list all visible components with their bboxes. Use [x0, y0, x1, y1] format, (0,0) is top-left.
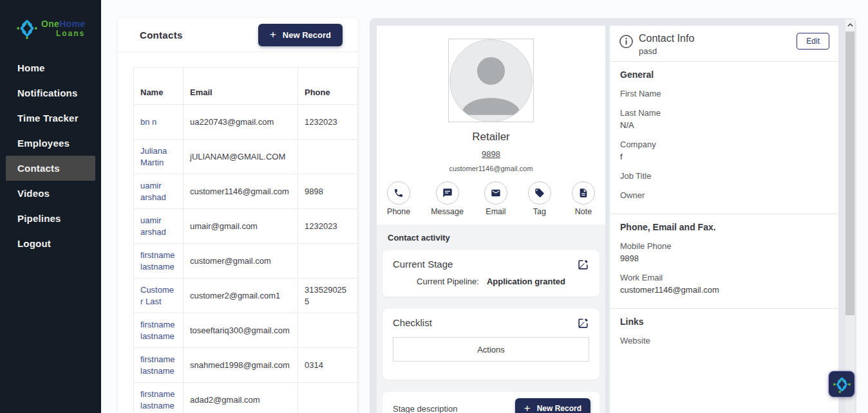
- plus-icon: +: [270, 32, 276, 38]
- brand-part3: Loans: [41, 30, 85, 37]
- brand-logo-icon: [833, 376, 851, 393]
- field-mobile-phone: Mobile Phone 9898: [620, 241, 828, 263]
- sidebar-item-contacts[interactable]: Contacts: [6, 156, 95, 181]
- sidebar-item-notifications[interactable]: Notifications: [0, 80, 101, 106]
- message-action-label: Message: [431, 207, 464, 216]
- note-action-label: Note: [575, 207, 592, 216]
- quick-actions: Phone Message Email Tag Note: [377, 181, 605, 216]
- table-row[interactable]: Juliana MartinjULIANAM@GMAIL.COM: [134, 140, 359, 174]
- contact-name-link[interactable]: uamir arshad: [134, 209, 184, 244]
- checklist-title: Checklist: [393, 317, 432, 328]
- contact-info-subtitle: pasd: [639, 46, 797, 56]
- stage-new-record-button[interactable]: + New Record: [515, 398, 590, 413]
- current-stage-title: Current Stage: [393, 259, 453, 270]
- contact-name-link[interactable]: uamir arshad: [134, 174, 184, 209]
- contact-name-link[interactable]: firstname lastname: [134, 313, 184, 348]
- sidebar-item-pipelines[interactable]: Pipelines: [0, 206, 101, 231]
- contact-email: customer2@gmail.com1: [184, 279, 298, 313]
- contact-phone: [298, 383, 358, 413]
- column-header-phone: Phone: [298, 68, 358, 105]
- scroll-up-button[interactable]: [845, 19, 854, 30]
- profile-type: Retailer: [377, 131, 605, 143]
- phone-action-label: Phone: [387, 207, 410, 216]
- links-section: Links Website: [610, 309, 838, 359]
- section-heading: Links: [620, 317, 828, 327]
- contact-activity-title: Contact activity: [388, 233, 599, 243]
- table-row[interactable]: uamir arshadumair@gmail.com1232023: [134, 209, 359, 244]
- contact-name-link[interactable]: bn n: [134, 105, 184, 140]
- brand-logo: OneHome Loans: [0, 0, 101, 41]
- profile-phone-link[interactable]: 9898: [377, 149, 605, 159]
- sidebar: OneHome Loans Home Notifications Time Tr…: [0, 0, 101, 413]
- table-row[interactable]: firstname lastnamecustomer@gmail.com: [134, 244, 359, 279]
- current-pipeline-label: Current Pipeline:: [417, 277, 479, 286]
- contact-phone: 1232023: [298, 105, 358, 140]
- field-website: Website: [620, 336, 828, 345]
- avatar: [448, 39, 534, 122]
- note-icon: [578, 188, 589, 198]
- tag-action-label: Tag: [533, 207, 546, 216]
- column-header-email: Email: [184, 68, 298, 105]
- profile-email: customer1146@gmail.com: [377, 165, 605, 172]
- contact-email: customer1146@gmail.com: [184, 174, 298, 209]
- checklist-actions-box[interactable]: Actions: [393, 337, 589, 362]
- sidebar-item-time-tracker[interactable]: Time Tracker: [0, 106, 101, 131]
- tag-action-button[interactable]: Tag: [528, 181, 551, 216]
- field-owner: Owner: [620, 190, 828, 200]
- contact-phone: 3135290255: [298, 279, 358, 313]
- person-silhouette-icon: [450, 40, 532, 122]
- sidebar-item-videos[interactable]: Videos: [0, 181, 101, 206]
- section-heading: Phone, Email and Fax.: [620, 222, 828, 232]
- field-work-email: Work Email customer1146@gmail.com: [620, 273, 828, 295]
- table-row[interactable]: firstname lastnameadad2@gmail.com: [134, 383, 359, 413]
- phone-email-fax-section: Phone, Email and Fax. Mobile Phone 9898 …: [610, 214, 838, 308]
- contact-name-link[interactable]: firstname lastname: [134, 383, 184, 413]
- table-row[interactable]: firstname lastnamesnahmed1998@gmail.com0…: [134, 348, 359, 383]
- plus-icon: +: [524, 405, 531, 412]
- current-stage-card: Current Stage Current Pipeline: Applicat…: [382, 250, 599, 297]
- tag-icon: [534, 188, 545, 198]
- contact-name-link[interactable]: Customer Last: [134, 279, 184, 313]
- phone-icon: [393, 188, 404, 198]
- email-icon: [491, 188, 501, 198]
- edit-button[interactable]: Edit: [797, 33, 829, 50]
- contact-phone: 0314: [298, 348, 358, 383]
- phone-action-button[interactable]: Phone: [387, 181, 410, 216]
- contact-phone: 9898: [298, 174, 358, 209]
- brand-part1: One: [41, 19, 59, 29]
- sidebar-item-home[interactable]: Home: [0, 55, 101, 80]
- scrollbar-thumb[interactable]: [845, 32, 854, 315]
- stage-description-title: Stage description: [393, 404, 457, 413]
- stage-description-card: Stage description + New Record: [382, 392, 599, 413]
- contact-name-link[interactable]: firstname lastname: [134, 244, 184, 279]
- info-icon: [619, 34, 634, 49]
- sidebar-item-logout[interactable]: Logout: [0, 231, 101, 256]
- contact-phone: [298, 313, 358, 348]
- contact-activity-section: Contact activity Current Stage Current P…: [377, 225, 605, 413]
- brand-logo-icon: [17, 17, 37, 39]
- table-row[interactable]: Customer Lastcustomer2@gmail.com13135290…: [134, 279, 359, 313]
- contact-email: umair@gmail.com: [184, 209, 298, 244]
- table-header-row: Name Email Phone: [134, 68, 359, 105]
- scrollbar[interactable]: [845, 19, 854, 413]
- edit-stage-icon[interactable]: [577, 259, 589, 271]
- message-action-button[interactable]: Message: [431, 181, 464, 216]
- email-action-button[interactable]: Email: [484, 181, 507, 216]
- contact-name-link[interactable]: firstname lastname: [134, 348, 184, 383]
- contact-email: jULIANAM@GMAIL.COM: [184, 140, 298, 174]
- field-job-title: Job Title: [620, 171, 828, 181]
- table-row[interactable]: firstname lastnametoseeftariq300@gmail.c…: [134, 313, 359, 348]
- contact-email: toseeftariq300@gmail.com: [184, 313, 298, 348]
- table-row[interactable]: uamir arshadcustomer1146@gmail.com9898: [134, 174, 359, 209]
- field-first-name: First Name: [620, 89, 828, 98]
- contact-name-link[interactable]: Juliana Martin: [134, 140, 184, 174]
- table-row[interactable]: bn nua220743@gmail.com1232023: [134, 105, 359, 140]
- contact-phone: [298, 244, 358, 279]
- note-action-button[interactable]: Note: [572, 181, 595, 216]
- sidebar-item-employees[interactable]: Employees: [0, 131, 101, 156]
- edit-checklist-icon[interactable]: [577, 317, 589, 329]
- contact-detail-shell: Retailer 9898 customer1146@gmail.com Pho…: [370, 18, 856, 413]
- brand-floating-button[interactable]: [829, 371, 854, 397]
- contacts-table: Name Email Phone bn nua220743@gmail.com1…: [133, 67, 358, 413]
- new-record-button[interactable]: + New Record: [258, 24, 343, 46]
